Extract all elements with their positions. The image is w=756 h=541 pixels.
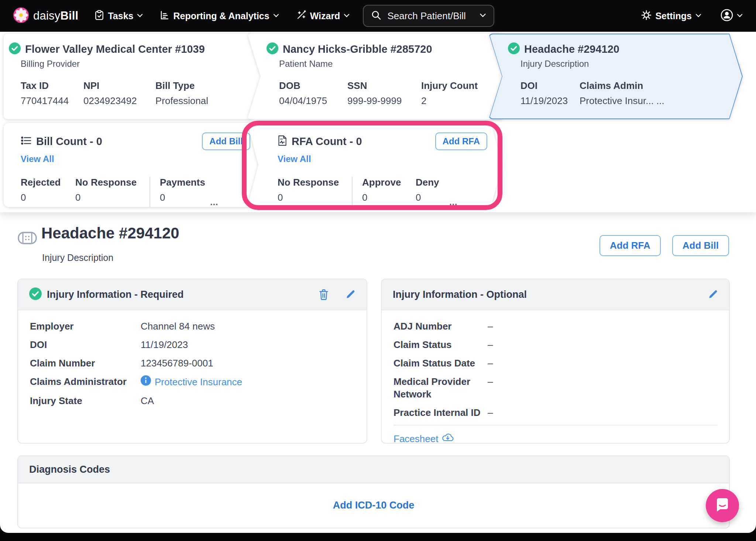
top-nav: daisyBill Tasks Reporting & Analytics (0, 0, 756, 32)
claims-admin-link[interactable]: Protective Insurance (155, 376, 242, 388)
add-rfa-button[interactable]: Add RFA (599, 235, 661, 256)
search-icon (371, 10, 381, 22)
info-icon[interactable] (141, 375, 151, 389)
bill-list-icon (21, 135, 32, 147)
check-circle-icon (9, 42, 21, 56)
diagnosis-codes-card: Diagnosis Codes Add ICD-10 Code (17, 455, 730, 528)
field-doi: DOI11/19/2023 (520, 80, 580, 107)
nav-item-wizard[interactable]: Wizard (296, 10, 350, 22)
injury-bandage-icon (18, 232, 37, 246)
card-title: Injury Information - Optional (393, 289, 527, 300)
info-row-practice-internal-id: Practice Internal ID– (394, 406, 717, 419)
nav-item-label: Wizard (310, 11, 340, 21)
cloud-download-icon (442, 433, 454, 445)
breadcrumb-title: Flower Valley Medical Center #1039 (25, 43, 205, 55)
bill-more-link[interactable]: ... (210, 196, 218, 209)
daisy-flower-icon (13, 7, 29, 24)
add-icd10-code-link[interactable]: Add ICD-10 Code (333, 500, 415, 511)
injury-info-optional-card: Injury Information - Optional ADJ Number… (381, 279, 730, 444)
bill-count-card: Bill Count - 0 Add Bill View All Rejecte… (4, 123, 265, 207)
context-band: Flower Valley Medical Center #1039 Billi… (0, 32, 756, 212)
info-row-claim-status: Claim Status– (394, 338, 717, 351)
field-bill-type: Bill TypeProfessional (155, 80, 208, 107)
check-circle-icon (508, 42, 520, 56)
divider (394, 425, 717, 425)
page-title: Headache #294120 (41, 224, 179, 242)
add-rfa-button[interactable]: Add RFA (435, 132, 487, 150)
info-row-employer: EmployerChannel 84 news (30, 320, 355, 332)
profile-menu[interactable] (721, 9, 743, 23)
brand-logo[interactable]: daisyBill (13, 7, 78, 24)
add-bill-button[interactable]: Add Bill (202, 132, 250, 150)
breadcrumb-title: Nancy Hicks-Gribble #285720 (283, 43, 432, 55)
check-circle-icon (267, 42, 278, 56)
info-row-injury-state: Injury StateCA (30, 394, 355, 407)
app-screen: daisyBill Tasks Reporting & Analytics (0, 0, 756, 541)
nav-menu: Tasks Reporting & Analytics Wizard (94, 10, 350, 22)
app-window: daisyBill Tasks Reporting & Analytics (0, 0, 756, 533)
nav-item-tasks[interactable]: Tasks (94, 10, 143, 22)
search-placeholder: Search Patient/Bill (387, 10, 474, 22)
field-injury-count: Injury Count2 (421, 80, 478, 107)
bill-count-title: Bill Count - 0 (36, 135, 102, 148)
breadcrumb-subtitle: Injury Description (489, 59, 743, 69)
field-claims-admin: Claims AdminProtective Insur... ... (580, 80, 664, 107)
settings-menu[interactable]: Settings (641, 10, 701, 22)
stat-no-response: No Response0 (278, 177, 342, 209)
nav-item-label: Tasks (108, 11, 133, 21)
wizard-wand-icon (296, 10, 306, 22)
info-row-claims-administrator: Claims Administrator Protective Insuranc… (30, 375, 355, 389)
field-ssn: SSN999-99-9999 (347, 80, 421, 107)
brand-name: daisyBill (33, 9, 78, 23)
facesheet-download-link[interactable]: Facesheet (394, 433, 717, 445)
info-row-claim-status-date: Claim Status Date– (394, 357, 717, 369)
chat-bubble-icon (714, 496, 731, 515)
field-npi: NPI0234923492 (83, 80, 155, 107)
stat-deny: Deny0 (416, 177, 443, 209)
rfa-count-title: RFA Count - 0 (292, 135, 362, 148)
chevron-down-icon (480, 13, 486, 19)
bill-view-all-link[interactable]: View All (21, 154, 54, 164)
info-row-medical-provider-network: Medical Provider Network– (394, 375, 600, 400)
rfa-view-all-link[interactable]: View All (278, 154, 311, 164)
stat-payments: Payments0 (160, 177, 204, 209)
facesheet-label: Facesheet (394, 433, 438, 445)
rfa-count-card: RFA Count - 0 Add RFA View All No Respon… (247, 123, 502, 207)
rfa-more-link[interactable]: ... (449, 196, 457, 209)
info-row-adj-number: ADJ Number– (394, 320, 717, 332)
field-dob: DOB04/04/1975 (279, 80, 347, 107)
breadcrumb-billing-provider[interactable]: Flower Valley Medical Center #1039 Billi… (4, 34, 264, 119)
nav-item-reporting[interactable]: Reporting & Analytics (160, 10, 279, 21)
edit-pencil-icon[interactable] (345, 289, 355, 300)
card-header: Injury Information - Required (18, 279, 367, 310)
page-actions: Add RFA Add Bill (599, 235, 729, 256)
delete-trash-icon[interactable] (319, 289, 329, 300)
chevron-down-icon (137, 13, 143, 19)
chevron-down-icon (273, 13, 279, 19)
divider (150, 177, 150, 209)
search-patient-bill-input[interactable]: Search Patient/Bill (363, 5, 494, 27)
card-header: Injury Information - Optional (382, 279, 729, 310)
tasks-clipboard-icon (94, 10, 104, 22)
rfa-document-icon (278, 135, 287, 148)
edit-pencil-icon[interactable] (708, 289, 718, 300)
chat-launcher-button[interactable] (706, 489, 739, 522)
add-bill-button[interactable]: Add Bill (672, 235, 729, 256)
breadcrumb-patient[interactable]: Nancy Hicks-Gribble #285720 Patient Name… (247, 34, 515, 119)
check-circle-icon (29, 287, 42, 301)
stat-no-response: No Response0 (75, 177, 140, 209)
breadcrumb-title: Headache #294120 (524, 43, 619, 55)
breadcrumb-subtitle: Patient Name (247, 59, 515, 69)
breadcrumb-injury-active[interactable]: Headache #294120 Injury Description DOI1… (489, 34, 743, 119)
chevron-down-icon (695, 13, 701, 19)
stat-approve: Approve0 (362, 177, 416, 209)
card-title: Diagnosis Codes (29, 464, 110, 475)
page-subtitle: Injury Description (42, 252, 113, 263)
info-row-doi: DOI11/19/2023 (30, 338, 355, 351)
user-avatar-icon (721, 9, 733, 23)
nav-right-group: Settings (641, 9, 743, 23)
card-header: Diagnosis Codes (18, 456, 729, 483)
field-tax-id: Tax ID770417444 (21, 80, 83, 107)
gear-icon (641, 10, 652, 22)
info-row-claim-number: Claim Number123456789-0001 (30, 357, 355, 369)
